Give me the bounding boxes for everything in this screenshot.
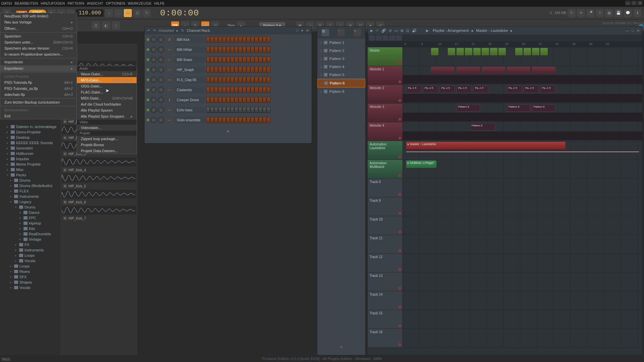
step-button[interactable]	[210, 47, 214, 53]
channel-vol-knob[interactable]	[158, 87, 164, 93]
export-menu-item[interactable]: MIDI-Datei...Shift+Ctrl+M	[77, 95, 137, 101]
channel-mute-led[interactable]	[147, 58, 149, 61]
channel-name-button[interactable]: Creeper Drone	[175, 97, 205, 103]
step-button[interactable]	[218, 87, 222, 93]
waveform-preview[interactable]	[62, 206, 136, 215]
browser-tree-item[interactable]: Vocals	[0, 285, 60, 290]
track-mute-button[interactable]	[398, 118, 401, 121]
step-button[interactable]	[259, 37, 262, 43]
step-button[interactable]	[263, 37, 266, 43]
file-menu-item[interactable]: Zum letzten Backup zurücksetzen	[0, 99, 77, 105]
picker-patterns-tab[interactable]: ▦	[322, 29, 329, 36]
step-button[interactable]	[247, 77, 250, 83]
sample-item[interactable]: ▶HIP_Kick_5	[60, 183, 138, 189]
track-mute-button[interactable]	[398, 99, 401, 102]
step-button[interactable]	[226, 107, 230, 113]
channel-vol-knob[interactable]	[158, 67, 164, 73]
file-menu-item[interactable]: sidechain.flpAlt+3	[0, 92, 77, 98]
step-button[interactable]	[210, 107, 214, 113]
waveform-preview[interactable]	[62, 190, 136, 198]
step-button[interactable]	[251, 87, 254, 93]
pl-select-tool[interactable]	[389, 35, 395, 41]
waveform-preview[interactable]	[62, 158, 136, 166]
pl-close-icon[interactable]: ✕	[637, 28, 640, 33]
track-mute-button[interactable]	[398, 137, 401, 139]
step-button[interactable]	[263, 47, 266, 53]
export-menu-item[interactable]: Alle Playlist Spur-Gruppen ▸	[77, 113, 137, 120]
pl-snap-icon[interactable]: ▭	[394, 28, 398, 33]
pl-link-icon[interactable]: 🔗	[381, 28, 386, 33]
step-button[interactable]	[247, 107, 250, 113]
step-button[interactable]	[238, 57, 242, 63]
step-button[interactable]	[210, 57, 214, 63]
pl-sync-icon[interactable]: ⟳	[376, 28, 379, 33]
track-content[interactable]: ▸ Master - Lautstärke	[403, 141, 642, 160]
browser-tree-item[interactable]: Shapes	[0, 280, 60, 285]
step-button[interactable]	[214, 97, 218, 103]
channel-route-button[interactable]: —	[165, 77, 173, 83]
step-button[interactable]	[234, 77, 238, 83]
step-button[interactable]	[259, 97, 262, 103]
browser-tree-item[interactable]: Desktop	[0, 135, 60, 140]
step-button[interactable]	[214, 57, 218, 63]
step-button[interactable]	[255, 97, 258, 103]
play-sample-icon[interactable]: ▶	[63, 152, 67, 156]
channel-mute-led[interactable]	[147, 88, 149, 91]
step-button[interactable]	[210, 77, 214, 83]
step-button[interactable]	[234, 117, 238, 123]
step-button[interactable]	[234, 107, 238, 113]
step-button[interactable]	[255, 57, 258, 63]
step-button[interactable]	[247, 47, 250, 53]
step-button[interactable]	[218, 57, 222, 63]
track-content[interactable]	[403, 66, 642, 84]
playlist-clip[interactable]	[490, 48, 497, 55]
unsorted-label[interactable]: Unsorted	[159, 28, 174, 33]
channel-pan-knob[interactable]	[151, 57, 157, 63]
step-button[interactable]	[267, 67, 270, 73]
step-button[interactable]	[259, 87, 262, 93]
pl-zoom-tool[interactable]	[396, 35, 402, 41]
step-button[interactable]	[234, 37, 238, 43]
save-icon[interactable]: 💾	[614, 9, 623, 17]
step-button[interactable]	[226, 37, 230, 43]
channel-route-button[interactable]: —	[165, 47, 173, 53]
track-header[interactable]: Track 10	[368, 216, 403, 235]
track-header[interactable]: Melodie 4	[368, 122, 403, 141]
step-button[interactable]	[218, 97, 222, 103]
track-mute-button[interactable]	[398, 343, 401, 346]
sample-item[interactable]: ▶HIP_Kick_7	[60, 215, 138, 221]
step-button[interactable]	[234, 57, 238, 63]
pattern-item[interactable]: Pattern 4	[317, 63, 365, 71]
track-header[interactable]: Track 14	[368, 291, 403, 310]
step-button[interactable]	[267, 47, 270, 53]
playlist-clip[interactable]	[524, 48, 531, 55]
browser-tree-item[interactable]: Dance	[0, 210, 60, 215]
track-content[interactable]	[403, 329, 642, 347]
step-button[interactable]	[263, 67, 266, 73]
pl-min-icon[interactable]: —	[625, 28, 629, 33]
download-icon[interactable]: ⬇	[633, 9, 641, 17]
track-header[interactable]: Melodie 1	[368, 66, 403, 84]
step-button[interactable]	[267, 117, 270, 123]
automation-clip[interactable]: ▸ Multiban..x-Pegel	[406, 161, 436, 168]
channel-vol-knob[interactable]	[158, 117, 164, 123]
browser-tree-item[interactable]: Drums	[0, 204, 60, 210]
export-menu-item[interactable]: Projekt-Bones	[77, 142, 137, 148]
render-icon[interactable]: 💬	[624, 9, 632, 17]
browser-tree-item[interactable]: Loops	[0, 253, 60, 258]
step-button[interactable]	[259, 117, 262, 123]
pl-lock-icon[interactable]: ⊘	[389, 28, 392, 33]
pl-draw-tool[interactable]	[369, 35, 375, 41]
track-mute-button[interactable]	[398, 306, 401, 308]
playlist-clip[interactable]	[507, 67, 530, 74]
channel-name-button[interactable]: HIP_Snaph	[175, 67, 205, 73]
track-mute-button[interactable]	[398, 193, 401, 196]
track-content[interactable]	[403, 254, 642, 272]
step-button[interactable]	[243, 47, 246, 53]
playlist-clip[interactable]: Pa..n 5	[524, 85, 539, 93]
pl-zoom-icon[interactable]: ⊞	[400, 28, 404, 33]
wait-input-icon[interactable]: ↓	[114, 9, 122, 17]
menu-hinzufugen[interactable]: HINZUFÜGEN	[41, 1, 65, 5]
step-button[interactable]	[259, 47, 262, 53]
step-button[interactable]	[222, 37, 226, 43]
